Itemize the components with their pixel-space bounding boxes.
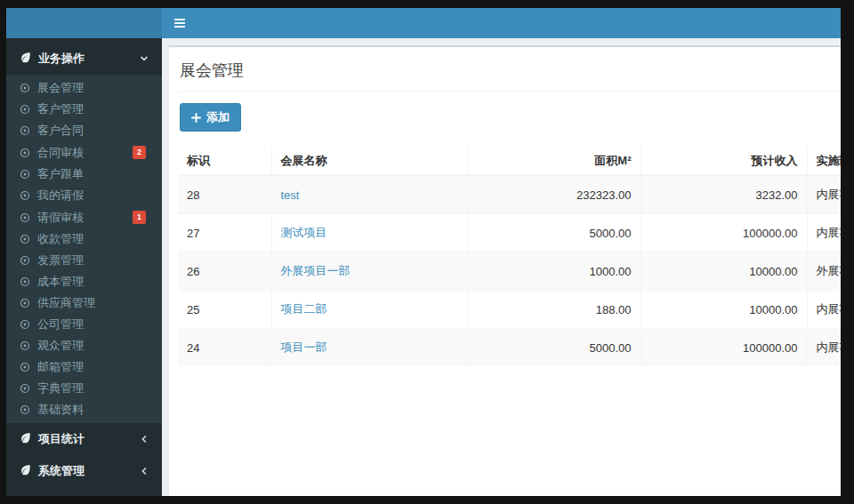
sidebar-menu-link[interactable]: 展会管理	[6, 77, 162, 99]
cell-id: 26	[178, 252, 271, 291]
column-header: 预计收入	[640, 148, 807, 175]
add-button[interactable]: 添加	[180, 103, 241, 132]
sidebar-section-label: 业务操作	[38, 51, 85, 67]
circle-dot-icon	[20, 83, 30, 93]
table-header-row: 标识会展名称面积M²预计收入实施部门	[178, 148, 841, 175]
cell-area: 188.00	[467, 291, 640, 329]
cell-name: test	[271, 175, 467, 214]
sidebar-menu-link[interactable]: 收款管理	[6, 228, 162, 250]
cell-area: 1000.00	[467, 252, 640, 291]
cell-name: 项目二部	[271, 291, 467, 329]
sidebar-menu-item: 请假审核 1	[6, 206, 162, 228]
circle-dot-icon	[20, 169, 30, 180]
add-button-label: 添加	[206, 109, 230, 125]
sidebar-menu-link[interactable]: 观众管理	[6, 335, 162, 356]
chevron-down-icon	[140, 54, 149, 63]
column-header: 会展名称	[271, 148, 467, 175]
sidebar-menu-item: 客户管理	[6, 99, 162, 120]
sidebar-menu-link[interactable]: 合同审核 2	[6, 141, 162, 164]
sidebar: 业务操作 展会管理 客户管理 客户合同	[6, 38, 162, 496]
sidebar-menu-link[interactable]: 基础资料	[6, 399, 162, 420]
top-navbar	[6, 8, 841, 38]
sidebar-menu-item: 公司管理	[6, 314, 162, 335]
cell-income: 10000.00	[640, 291, 807, 329]
sidebar-menu-item: 客户跟单	[6, 164, 162, 185]
circle-dot-icon	[20, 190, 30, 201]
sidebar-menu-item: 客户合同	[6, 120, 162, 141]
cell-dept: 内展项目	[807, 329, 841, 367]
table-row: 24项目一部5000.00100000.00内展项目	[178, 329, 841, 367]
sidebar-menu-link[interactable]: 我的请假	[6, 185, 162, 206]
hamburger-icon[interactable]	[173, 18, 186, 28]
menu-badge: 2	[133, 146, 146, 159]
table-row: 27测试项目5000.00100000.00内展项目	[178, 214, 841, 252]
sidebar-menu-item-label: 公司管理	[37, 318, 84, 331]
exhibition-link[interactable]: 外展项目一部	[281, 264, 350, 277]
cell-dept: 外展项目	[807, 252, 841, 291]
exhibition-link[interactable]: 项目一部	[281, 340, 327, 354]
circle-dot-icon	[20, 212, 30, 223]
sidebar-menu-link[interactable]: 发票管理	[6, 250, 162, 271]
sidebar-submenu: 展会管理 客户管理 客户合同 合同审核 2	[6, 75, 162, 423]
sidebar-menu-link[interactable]: 供应商管理	[6, 292, 162, 314]
sidebar-menu-item: 发票管理	[6, 250, 162, 271]
cell-id: 24	[178, 329, 271, 367]
column-header: 面积M²	[467, 148, 640, 175]
cell-area: 5000.00	[467, 214, 640, 252]
sidebar-menu-link[interactable]: 字典管理	[6, 378, 162, 399]
main-layout: 业务操作 展会管理 客户管理 客户合同	[6, 38, 841, 496]
cell-income: 100000.00	[640, 214, 807, 252]
sidebar-menu-item: 基础资料	[6, 399, 162, 420]
sidebar-menu-item-label: 字典管理	[37, 382, 84, 395]
chevron-left-icon	[140, 467, 149, 476]
sidebar-menu-item-label: 观众管理	[37, 340, 84, 352]
cell-dept: 内展项目	[807, 291, 841, 329]
leaf-icon	[20, 464, 31, 478]
page-title: 展会管理	[178, 56, 841, 92]
sidebar-menu-link[interactable]: 邮箱管理	[6, 356, 162, 378]
sidebar-menu-item-label: 请假审核	[37, 212, 84, 224]
circle-dot-icon	[20, 404, 30, 415]
sidebar-menu-item-label: 供应商管理	[37, 297, 95, 309]
sidebar-menu-link[interactable]: 成本管理	[6, 271, 162, 292]
sidebar-section-business-ops[interactable]: 业务操作	[6, 43, 162, 75]
circle-dot-icon	[20, 298, 30, 308]
sidebar-menu-link[interactable]: 公司管理	[6, 314, 162, 335]
sidebar-menu-item: 合同审核 2	[6, 141, 162, 164]
cell-income: 10000.00	[640, 252, 807, 291]
exhibition-link[interactable]: test	[281, 188, 300, 202]
sidebar-menu-link[interactable]: 客户合同	[6, 120, 162, 141]
content-area: 展会管理 添加 标识会展名称面积M²预计收入实施部门 28test232323.…	[162, 38, 841, 496]
sidebar-menu-item-label: 合同审核	[37, 147, 84, 159]
sidebar-menu-item-label: 成本管理	[37, 276, 84, 288]
sidebar-menu-item-label: 收款管理	[37, 233, 84, 245]
sidebar-menu-item-label: 发票管理	[37, 254, 84, 267]
sidebar-collapsed-sections: 项目统计 系统管理	[6, 423, 162, 487]
table-row: 28test232323.003232.00内展项目	[178, 175, 841, 214]
sidebar-menu-item: 展会管理	[6, 77, 162, 99]
sidebar-section-collapsed[interactable]: 项目统计	[6, 423, 162, 455]
circle-dot-icon	[20, 362, 30, 372]
sidebar-section-label: 项目统计	[38, 431, 85, 447]
cell-income: 100000.00	[640, 329, 807, 367]
exhibition-table: 标识会展名称面积M²预计收入实施部门 28test232323.003232.0…	[178, 148, 841, 366]
content-box: 展会管理 添加 标识会展名称面积M²预计收入实施部门 28test232323.…	[169, 45, 841, 496]
sidebar-menu-item-label: 客户跟单	[37, 168, 84, 180]
leaf-icon	[20, 52, 31, 66]
circle-dot-icon	[20, 255, 30, 266]
sidebar-menu-link[interactable]: 客户跟单	[6, 164, 162, 185]
sidebar-menu-item-label: 展会管理	[37, 82, 84, 94]
exhibition-link[interactable]: 测试项目	[281, 226, 327, 239]
sidebar-menu-item: 我的请假	[6, 185, 162, 206]
sidebar-menu-link[interactable]: 请假审核 1	[6, 206, 162, 228]
cell-name: 测试项目	[271, 214, 467, 252]
sidebar-menu-item: 观众管理	[6, 335, 162, 356]
exhibition-link[interactable]: 项目二部	[281, 302, 327, 316]
sidebar-menu-item-label: 基础资料	[37, 404, 84, 416]
sidebar-menu-link[interactable]: 客户管理	[6, 99, 162, 120]
menu-badge: 1	[133, 211, 146, 224]
sidebar-section-collapsed[interactable]: 系统管理	[6, 455, 162, 487]
logo-area[interactable]	[6, 8, 162, 38]
circle-dot-icon	[20, 148, 30, 158]
cell-dept: 内展项目	[807, 175, 841, 214]
